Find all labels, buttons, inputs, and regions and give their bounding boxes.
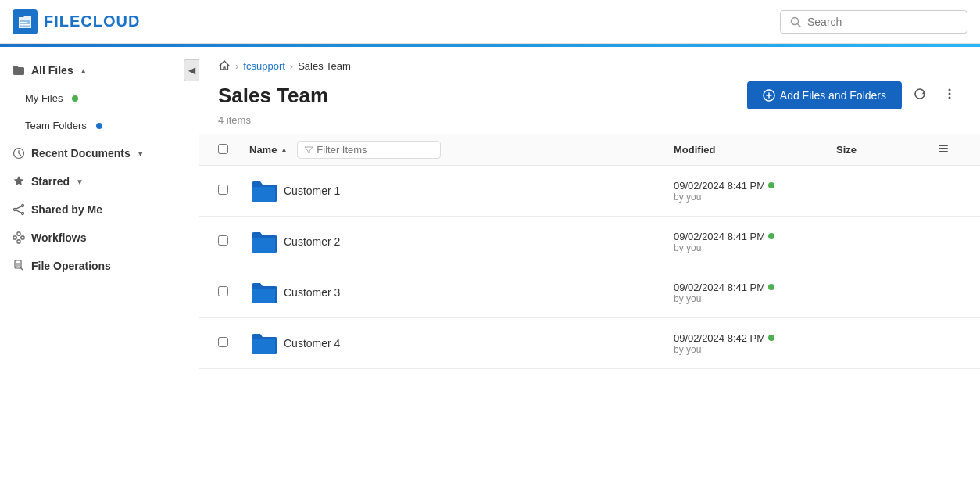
file-operations-label: File Operations (31, 260, 111, 272)
file-modified: 09/02/2024 8:41 PM by you (674, 180, 830, 203)
row-checkbox-col[interactable] (218, 235, 243, 249)
name-sort-arrow: ▲ (280, 145, 288, 154)
file-modified-date: 09/02/2024 8:41 PM (674, 180, 830, 192)
modified-col-label: Modified (674, 144, 715, 156)
sidebar-item-file-operations[interactable]: File Operations (0, 252, 199, 280)
svg-rect-2 (20, 24, 30, 26)
plus-icon (763, 89, 775, 102)
size-col-label: Size (836, 144, 857, 156)
file-name: Customer 2 (284, 235, 667, 248)
sidebar-item-team-folders[interactable]: Team Folders (0, 112, 199, 139)
title-actions: Add Files and Folders (747, 81, 961, 109)
sidebar-item-recent-documents[interactable]: Recent Documents ▼ (0, 139, 199, 167)
filter-icon (304, 145, 313, 155)
file-table-header: Name ▲ Modified Size (199, 134, 980, 166)
sidebar-collapse-button[interactable]: ◀ (184, 59, 199, 81)
sidebar-item-shared-by-me[interactable]: Shared by Me (0, 195, 199, 224)
sidebar-item-my-files[interactable]: My Files (0, 84, 199, 112)
recent-docs-label: Recent Documents (31, 147, 131, 160)
row-checkbox-col[interactable] (218, 336, 243, 350)
filecloud-logo-icon (13, 9, 38, 34)
breadcrumb-current: Sales Team (298, 60, 351, 72)
folder-icon (249, 278, 277, 307)
svg-rect-28 (939, 151, 948, 152)
sidebar: ◀ All Files ▲ My Files Team Folders (0, 47, 199, 484)
select-all-checkbox[interactable] (218, 144, 228, 154)
more-options-button[interactable] (938, 82, 961, 109)
online-dot (768, 233, 774, 239)
logo-area: FILECLOUD (13, 9, 140, 34)
sidebar-item-starred[interactable]: Starred ▼ (0, 167, 199, 195)
folder-icon (249, 228, 277, 256)
file-modified-by: by you (674, 242, 830, 253)
online-dot (768, 182, 774, 188)
filter-input-container[interactable] (297, 141, 441, 159)
name-col-label: Name (249, 144, 277, 156)
row-checkbox-col[interactable] (218, 184, 243, 198)
table-row[interactable]: Customer 1 09/02/2024 8:41 PM by you (199, 166, 980, 217)
share-icon (13, 203, 25, 216)
refresh-icon (913, 87, 927, 101)
row-checkbox[interactable] (218, 286, 228, 296)
file-modified-by: by you (674, 192, 830, 203)
table-row[interactable]: Customer 3 09/02/2024 8:41 PM by you (199, 267, 980, 318)
home-icon (218, 59, 231, 72)
folder-icon (249, 329, 277, 357)
file-ops-icon (13, 260, 25, 272)
online-dot (768, 335, 774, 341)
file-modified-date: 09/02/2024 8:41 PM (674, 231, 830, 242)
workflow-icon (13, 231, 25, 244)
refresh-button[interactable] (908, 82, 932, 109)
size-column-header: Size (836, 144, 930, 156)
row-checkbox[interactable] (218, 337, 228, 347)
svg-rect-13 (17, 240, 20, 243)
file-modified-date: 09/02/2024 8:42 PM (674, 332, 830, 344)
table-row[interactable]: Customer 2 09/02/2024 8:41 PM by you (199, 217, 980, 267)
workflows-label: Workflows (31, 231, 87, 244)
starred-label: Starred (31, 175, 70, 188)
add-files-button[interactable]: Add Files and Folders (747, 81, 902, 109)
file-modified: 09/02/2024 8:41 PM by you (674, 281, 830, 304)
my-files-dot (72, 95, 78, 102)
app-header: FILECLOUD (0, 0, 980, 44)
file-name: Customer 3 (284, 286, 667, 299)
row-checkbox-col[interactable] (218, 285, 243, 299)
svg-rect-11 (13, 236, 16, 239)
file-modified-date: 09/02/2024 8:41 PM (674, 281, 830, 293)
page-title-row: Sales Team Add Files and Folders (199, 78, 980, 113)
modified-column-header: Modified (674, 144, 830, 156)
row-checkbox[interactable] (218, 185, 228, 195)
select-all-col[interactable] (218, 143, 243, 157)
search-input[interactable] (807, 16, 957, 28)
folder-icon (249, 177, 277, 205)
sidebar-item-all-files[interactable]: All Files ▲ (0, 56, 199, 84)
recent-docs-arrow: ▼ (137, 149, 145, 158)
search-box[interactable] (780, 10, 967, 34)
list-view-icon (936, 142, 950, 156)
sidebar-item-workflows[interactable]: Workflows (0, 224, 199, 252)
file-modified-by: by you (674, 344, 830, 355)
item-count: 4 items (199, 113, 980, 134)
row-checkbox[interactable] (218, 235, 228, 246)
breadcrumb-fcsupport[interactable]: fcsupport (243, 60, 284, 72)
svg-line-10 (16, 210, 22, 213)
all-files-label: All Files (31, 64, 73, 77)
view-options-col[interactable] (936, 142, 961, 159)
table-row[interactable]: Customer 4 09/02/2024 8:42 PM by you (199, 318, 980, 369)
svg-rect-27 (939, 148, 948, 149)
breadcrumb-sep2: › (290, 60, 293, 72)
logo-text: FILECLOUD (44, 13, 140, 30)
page-title: Sales Team (218, 84, 328, 108)
svg-rect-1 (20, 22, 27, 23)
add-files-label: Add Files and Folders (780, 89, 886, 102)
shared-by-me-label: Shared by Me (31, 203, 102, 216)
breadcrumb: › fcsupport › Sales Team (199, 47, 980, 78)
svg-point-6 (22, 205, 24, 207)
filter-input[interactable] (317, 144, 434, 156)
folder-icon (13, 64, 25, 77)
svg-line-9 (16, 206, 22, 209)
file-modified: 09/02/2024 8:41 PM by you (674, 231, 830, 253)
sidebar-nav: All Files ▲ My Files Team Folders Recent… (0, 47, 199, 289)
name-column-header[interactable]: Name ▲ (249, 141, 667, 159)
my-files-label: My Files (25, 92, 63, 104)
